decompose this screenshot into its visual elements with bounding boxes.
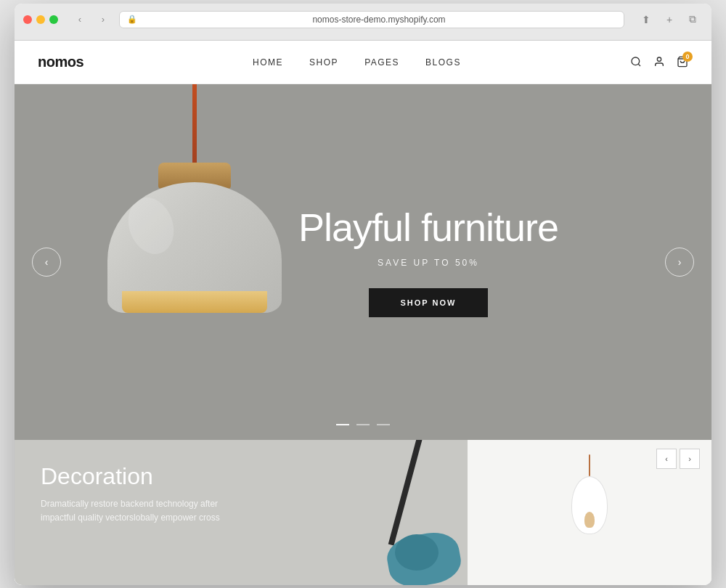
fullscreen-traffic-light[interactable]	[49, 15, 58, 24]
browser-window: ‹ › 🔒 nomos-store-demo.myshopify.com ⬆ +…	[15, 4, 711, 585]
share-button[interactable]: ⬆	[636, 12, 656, 28]
decoration-description: Dramatically restore backend technology …	[41, 497, 244, 525]
lamp-decoration	[58, 84, 305, 440]
search-button[interactable]	[630, 56, 642, 68]
decoration-title: Decoration	[41, 463, 441, 490]
product-body-inner	[584, 512, 595, 528]
new-tab-button[interactable]: +	[659, 12, 680, 28]
nav-shop[interactable]: SHOP	[309, 57, 338, 68]
browser-title-bar: ‹ › 🔒 nomos-store-demo.myshopify.com ⬆ +…	[23, 11, 703, 28]
cart-button[interactable]: 0	[677, 56, 688, 68]
account-button[interactable]	[653, 56, 665, 68]
nav-links: HOME SHOP PAGES BLOGS	[83, 55, 630, 68]
decoration-text: Decoration Dramatically restore backend …	[41, 463, 441, 525]
browser-chrome: ‹ › 🔒 nomos-store-demo.myshopify.com ⬆ +…	[15, 4, 711, 41]
bottom-section: Decoration Dramatically restore backend …	[15, 440, 711, 585]
product-body	[571, 476, 608, 534]
url-text: nomos-store-demo.myshopify.com	[142, 15, 616, 25]
panel-prev-button[interactable]: ‹	[656, 449, 677, 469]
nav-icons: 0	[630, 56, 688, 68]
carousel-dots	[336, 424, 390, 425]
product-object	[571, 454, 608, 534]
hero-content: Playful furniture SAVE UP TO 50% SHOP NO…	[298, 206, 558, 317]
chevron-left-icon: ‹	[45, 256, 49, 268]
product-cord	[589, 454, 590, 476]
panel-navigation: ‹ ›	[656, 449, 700, 469]
lamp-highlight	[121, 191, 182, 261]
forward-button[interactable]: ›	[93, 12, 113, 28]
navbar: nomos HOME SHOP PAGES BLOGS	[15, 41, 711, 84]
carousel-prev-button[interactable]: ‹	[32, 248, 61, 277]
nav-home[interactable]: HOME	[253, 57, 283, 68]
panel-next-button[interactable]: ›	[680, 449, 700, 469]
cart-badge: 0	[682, 52, 693, 62]
lock-icon: 🔒	[127, 15, 137, 24]
close-traffic-light[interactable]	[23, 15, 32, 24]
carousel-next-button[interactable]: ›	[665, 248, 694, 277]
decoration-panel: Decoration Dramatically restore backend …	[15, 440, 468, 585]
carousel-dot-2[interactable]	[356, 424, 370, 425]
lamp-cord	[192, 84, 197, 171]
carousel-dot-3[interactable]	[377, 424, 390, 425]
nav-pages[interactable]: PAGES	[364, 57, 399, 68]
svg-point-2	[657, 57, 661, 61]
address-bar[interactable]: 🔒 nomos-store-demo.myshopify.com	[119, 11, 624, 28]
back-button[interactable]: ‹	[70, 12, 90, 28]
search-icon	[630, 56, 642, 68]
hero-section: Playful furniture SAVE UP TO 50% SHOP NO…	[15, 84, 711, 440]
lamp-dome	[107, 182, 282, 313]
site-content: nomos HOME SHOP PAGES BLOGS	[15, 41, 711, 585]
deco-teal-shape2	[395, 534, 439, 571]
browser-controls: ‹ ›	[70, 12, 113, 28]
svg-line-1	[638, 64, 640, 66]
svg-point-0	[632, 57, 640, 65]
hero-title: Playful furniture	[298, 206, 558, 249]
browser-actions: ⬆ + ⧉	[636, 12, 703, 28]
product-panel: ‹ ›	[468, 440, 711, 585]
tabs-button[interactable]: ⧉	[682, 12, 703, 28]
chevron-right-icon: ›	[678, 256, 682, 268]
user-icon	[653, 56, 665, 68]
nav-blogs[interactable]: BLOGS	[425, 57, 461, 68]
traffic-lights	[23, 15, 58, 24]
site-logo[interactable]: nomos	[38, 54, 83, 70]
hero-subtitle: SAVE UP TO 50%	[298, 258, 558, 268]
carousel-dot-1[interactable]	[336, 424, 349, 425]
shop-now-button[interactable]: SHOP NOW	[369, 288, 489, 317]
lamp-inner	[122, 291, 267, 313]
minimize-traffic-light[interactable]	[36, 15, 45, 24]
